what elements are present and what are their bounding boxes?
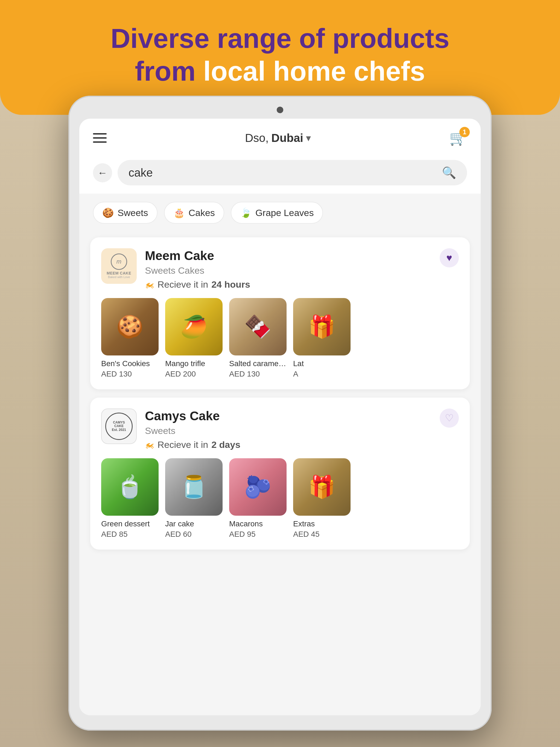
camys-delivery: 🏍 Recieve it in 2 days bbox=[145, 439, 432, 450]
extras-price: AED 45 bbox=[293, 530, 351, 539]
category-chip-sweets[interactable]: 🍪 Sweets bbox=[93, 202, 157, 224]
app-screen: Dso, Dubai ▾ 🛒 1 ← cake 🔍 🍪 Sweets bbox=[79, 119, 481, 715]
mango-trifle-name: Mango trifle bbox=[165, 359, 223, 368]
product-salted-caramel[interactable]: Salted caramel ... AED 130 bbox=[229, 298, 286, 379]
camys-name: Camys Cake bbox=[145, 409, 432, 423]
categories-row: 🍪 Sweets 🎂 Cakes 🍃 Grape Leaves bbox=[79, 194, 481, 232]
product-green-dessert[interactable]: Green dessert AED 85 bbox=[101, 458, 159, 539]
bens-cookies-name: Ben's Cookies bbox=[101, 359, 159, 368]
hamburger-line2 bbox=[93, 137, 107, 138]
category-chip-grape-leaves[interactable]: 🍃 Grape Leaves bbox=[231, 202, 323, 224]
search-input[interactable]: cake bbox=[128, 166, 153, 179]
meem-logo-circle: m bbox=[111, 254, 127, 270]
chef-card-meem: m MEEM CAKE Baked with Love Meem Cake Sw… bbox=[90, 237, 470, 389]
macarons-image bbox=[229, 458, 286, 516]
search-container[interactable]: cake 🔍 bbox=[118, 160, 467, 185]
cakes-label: Cakes bbox=[189, 208, 215, 218]
camys-category: Sweets bbox=[145, 426, 432, 436]
sweets-label: Sweets bbox=[118, 208, 148, 218]
mango-trifle-price: AED 200 bbox=[165, 370, 223, 379]
mango-trifle-image bbox=[165, 298, 223, 356]
delivery-icon-meem: 🏍 bbox=[145, 279, 154, 290]
meem-delivery-time: 24 hours bbox=[211, 279, 250, 290]
jar-cake-price: AED 60 bbox=[165, 530, 223, 539]
heart-empty-icon: ♡ bbox=[445, 412, 454, 424]
category-chip-cakes[interactable]: 🎂 Cakes bbox=[164, 202, 224, 224]
jar-cake-image bbox=[165, 458, 223, 516]
back-button[interactable]: ← bbox=[93, 163, 112, 182]
grape-leaves-icon: 🍃 bbox=[240, 207, 252, 218]
product-extras[interactable]: Extras AED 45 bbox=[293, 458, 351, 539]
product-mango-trifle[interactable]: Mango trifle AED 200 bbox=[165, 298, 223, 379]
chef-card-camys: CAMYSCAKEEst. 2021 Camys Cake Sweets 🏍 R… bbox=[90, 397, 470, 549]
meem-delivery: 🏍 Recieve it in 24 hours bbox=[145, 279, 432, 290]
content-area: m MEEM CAKE Baked with Love Meem Cake Sw… bbox=[79, 232, 481, 715]
chef-info-camys: Camys Cake Sweets 🏍 Recieve it in 2 days bbox=[145, 409, 432, 450]
banner-line1: Diverse range of products bbox=[110, 22, 449, 55]
chef-header-camys: CAMYSCAKEEst. 2021 Camys Cake Sweets 🏍 R… bbox=[101, 409, 459, 450]
chef-header-meem: m MEEM CAKE Baked with Love Meem Cake Sw… bbox=[101, 248, 459, 290]
hamburger-line1 bbox=[93, 133, 107, 134]
banner-line2: from local home chefs bbox=[110, 55, 449, 87]
delivery-icon-camys: 🏍 bbox=[145, 439, 154, 450]
product-jar-cake[interactable]: Jar cake AED 60 bbox=[165, 458, 223, 539]
meem-delivery-text: Recieve it in bbox=[157, 279, 208, 290]
meem-logo-text: MEEM CAKE bbox=[107, 271, 131, 275]
tablet-frame: Dso, Dubai ▾ 🛒 1 ← cake 🔍 🍪 Sweets bbox=[68, 96, 492, 730]
grape-leaves-label: Grape Leaves bbox=[255, 208, 314, 218]
search-bar-row: ← cake 🔍 bbox=[79, 154, 481, 194]
bens-cookies-image bbox=[101, 298, 159, 356]
banner-text: Diverse range of products from local hom… bbox=[110, 22, 449, 87]
meem-category: Sweets Cakes bbox=[145, 265, 432, 276]
chef-logo-camys: CAMYSCAKEEst. 2021 bbox=[101, 409, 137, 444]
banner-local: local home chefs bbox=[203, 56, 425, 86]
camys-logo-circle: CAMYSCAKEEst. 2021 bbox=[105, 413, 133, 440]
heart-filled-icon: ♥ bbox=[446, 252, 452, 264]
extras-name: Extras bbox=[293, 519, 351, 528]
back-arrow-icon: ← bbox=[98, 167, 107, 179]
banner-from: from bbox=[135, 56, 196, 86]
green-dessert-name: Green dessert bbox=[101, 519, 159, 528]
chevron-down-icon: ▾ bbox=[306, 132, 311, 144]
lat-image bbox=[293, 298, 351, 356]
product-lat[interactable]: Lat A bbox=[293, 298, 351, 379]
salted-caramel-name: Salted caramel ... bbox=[229, 359, 286, 368]
camys-products-row: Green dessert AED 85 Jar cake AED 60 Mac… bbox=[101, 458, 459, 539]
product-macarons[interactable]: Macarons AED 95 bbox=[229, 458, 286, 539]
salted-caramel-price: AED 130 bbox=[229, 370, 286, 379]
salted-caramel-image bbox=[229, 298, 286, 356]
location-selector[interactable]: Dso, Dubai ▾ bbox=[245, 131, 311, 145]
macarons-price: AED 95 bbox=[229, 530, 286, 539]
meem-name: Meem Cake bbox=[145, 248, 432, 263]
green-dessert-image bbox=[101, 458, 159, 516]
search-icon[interactable]: 🔍 bbox=[442, 166, 456, 179]
cart-badge: 1 bbox=[459, 127, 470, 137]
chef-logo-meem: m MEEM CAKE Baked with Love bbox=[101, 248, 137, 284]
camys-logo-text: CAMYSCAKEEst. 2021 bbox=[112, 421, 126, 432]
jar-cake-name: Jar cake bbox=[165, 519, 223, 528]
extras-image bbox=[293, 458, 351, 516]
camys-favorite-button[interactable]: ♡ bbox=[440, 409, 459, 428]
macarons-name: Macarons bbox=[229, 519, 286, 528]
camys-delivery-text: Recieve it in bbox=[157, 439, 208, 450]
menu-button[interactable] bbox=[93, 133, 107, 143]
green-dessert-price: AED 85 bbox=[101, 530, 159, 539]
camys-delivery-time: 2 days bbox=[211, 439, 240, 450]
hamburger-line3 bbox=[93, 141, 107, 143]
chef-info-meem: Meem Cake Sweets Cakes 🏍 Recieve it in 2… bbox=[145, 248, 432, 290]
location-prefix: Dso, bbox=[245, 131, 269, 145]
product-bens-cookies[interactable]: Ben's Cookies AED 130 bbox=[101, 298, 159, 379]
lat-price: A bbox=[293, 370, 351, 379]
meem-products-row: Ben's Cookies AED 130 Mango trifle AED 2… bbox=[101, 298, 459, 379]
lat-name: Lat bbox=[293, 359, 351, 368]
app-header: Dso, Dubai ▾ 🛒 1 bbox=[79, 119, 481, 154]
camera-dot bbox=[277, 107, 283, 113]
meem-logo-sub: Baked with Love bbox=[108, 275, 130, 279]
meem-favorite-button[interactable]: ♥ bbox=[440, 248, 459, 267]
cakes-icon: 🎂 bbox=[173, 207, 185, 218]
sweets-icon: 🍪 bbox=[102, 207, 114, 218]
bens-cookies-price: AED 130 bbox=[101, 370, 159, 379]
cart-wrapper[interactable]: 🛒 1 bbox=[449, 130, 467, 146]
location-city: Dubai bbox=[271, 131, 303, 145]
